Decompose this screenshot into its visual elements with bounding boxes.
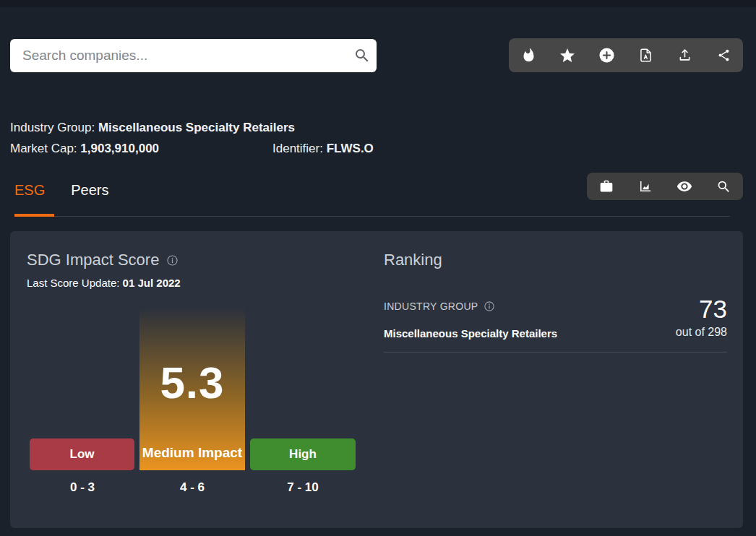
flame-icon[interactable] xyxy=(514,38,543,72)
range-low: 0 - 3 xyxy=(30,480,135,495)
gauge-low-segment: Low xyxy=(30,438,134,470)
gauge-high-label: High xyxy=(289,447,317,462)
gauge-medium-label: Medium Impact xyxy=(139,445,245,461)
search-input[interactable] xyxy=(10,48,348,64)
top-toolbar xyxy=(509,38,743,72)
industry-group-label: Industry Group: xyxy=(10,121,95,134)
market-cap-row: Market Cap: 1,903,910,000 Identifier: FL… xyxy=(10,138,733,159)
active-tab-underline xyxy=(14,214,54,217)
upload-icon[interactable] xyxy=(670,38,699,72)
info-icon[interactable] xyxy=(484,301,495,312)
top-strip xyxy=(0,0,756,7)
identifier-wrap: Identifier: FLWS.O xyxy=(272,138,374,159)
plus-circle-icon[interactable] xyxy=(592,38,621,72)
eye-icon[interactable] xyxy=(670,173,699,200)
identifier-label: Identifier: xyxy=(272,142,323,155)
gauge-medium-segment: 5.3 Medium Impact xyxy=(139,309,245,470)
share-icon[interactable] xyxy=(709,38,738,72)
sdg-score-value: 5.3 xyxy=(139,357,245,408)
esg-panel-card: SDG Impact Score Last Score Update: 01 J… xyxy=(10,231,743,528)
ranking-group-row: INDUSTRY GROUP xyxy=(384,301,495,312)
market-cap-value: 1,903,910,000 xyxy=(80,142,159,155)
pdf-file-icon[interactable] xyxy=(631,38,660,72)
tab-esg[interactable]: ESG xyxy=(14,182,45,216)
last-update-label: Last Score Update: xyxy=(27,277,119,289)
sdg-score-header: SDG Impact Score xyxy=(27,251,179,269)
search-icon[interactable] xyxy=(348,47,377,64)
company-info: Industry Group: Miscellaneous Specialty … xyxy=(10,117,733,159)
view-toolbar xyxy=(587,173,743,200)
gauge-low-label: Low xyxy=(70,447,95,462)
ranking-title: Ranking xyxy=(384,251,442,269)
gauge-high-segment: High xyxy=(250,438,356,470)
ranking-divider xyxy=(384,352,727,353)
tab-peers[interactable]: Peers xyxy=(71,182,108,216)
last-score-update: Last Score Update: 01 Jul 2022 xyxy=(27,277,181,289)
industry-group-row: Industry Group: Miscellaneous Specialty … xyxy=(10,117,733,138)
range-high: 7 - 10 xyxy=(250,480,356,495)
company-search-bar xyxy=(10,39,377,72)
ranking-header: Ranking xyxy=(384,251,442,269)
star-icon[interactable] xyxy=(553,38,582,72)
area-chart-icon[interactable] xyxy=(631,173,660,200)
range-medium: 4 - 6 xyxy=(139,480,245,495)
ranking-group-label: INDUSTRY GROUP xyxy=(384,301,478,312)
industry-group-value: Miscellaneous Specialty Retailers xyxy=(98,121,295,134)
app-screen: Industry Group: Miscellaneous Specialty … xyxy=(0,0,756,536)
market-cap-label: Market Cap: xyxy=(10,142,77,155)
sdg-score-title: SDG Impact Score xyxy=(27,251,159,269)
info-icon[interactable] xyxy=(166,254,179,267)
ranking-rank: 73 xyxy=(699,295,727,324)
ranking-out-of: out of 298 xyxy=(676,326,727,339)
tab-bar: ESG Peers xyxy=(14,182,109,216)
tab-bar-divider xyxy=(14,216,730,217)
briefcase-icon[interactable] xyxy=(592,173,621,200)
ranking-group-value: Miscellaneous Specialty Retailers xyxy=(384,327,557,340)
identifier-value: FLWS.O xyxy=(327,142,374,155)
search-view-icon[interactable] xyxy=(709,173,738,200)
last-update-value: 01 Jul 2022 xyxy=(123,277,181,289)
